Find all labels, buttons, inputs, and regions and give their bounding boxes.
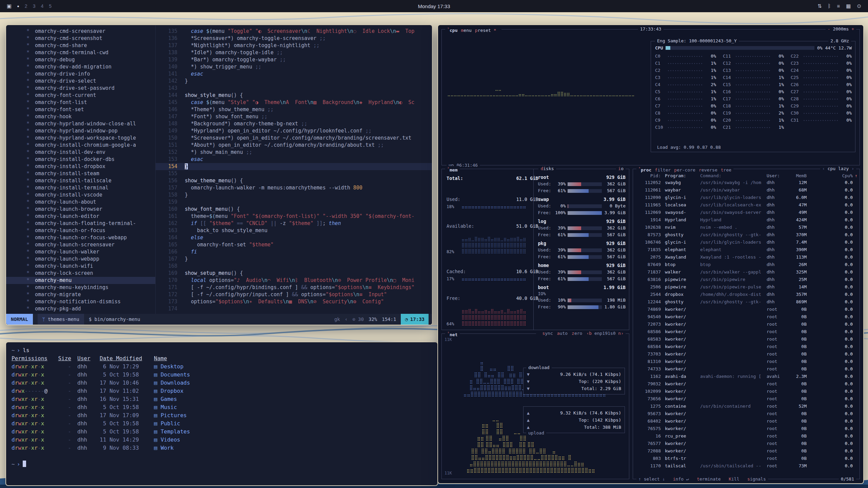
code-line-169[interactable]: 169show_setup_menu() { xyxy=(156,270,432,277)
net-auto-button[interactable]: auto xyxy=(557,331,568,336)
file-item-omarchy-launch-wifi[interactable]: *omarchy-launch-wifi xyxy=(6,263,155,270)
code-line-149[interactable]: 149 *Hyprland*) open_in_editor ~/.config… xyxy=(156,127,432,135)
process-row-1170[interactable]: 1170tailscal/usr/sbin/tailscaled --root7… xyxy=(633,462,860,470)
file-item-omarchy-install-vscode[interactable]: *omarchy-install-vscode xyxy=(6,191,155,199)
code-line-168[interactable]: 168 xyxy=(156,263,432,270)
process-row-112052[interactable]: 112052swaybg/usr/bin/swaybg -i /homdhh12… xyxy=(633,179,860,186)
file-item-omarchy-install-terminal[interactable]: *omarchy-install-terminal xyxy=(6,184,155,191)
process-row-73703[interactable]: 73703kworker/root0B0.0 xyxy=(633,350,860,358)
code-line-162[interactable]: 162 if [[ "$theme" == "CNCLD" || -z "$th… xyxy=(156,220,432,227)
file-item-omarchy-launch-webapp[interactable]: *omarchy-launch-webapp xyxy=(6,256,155,263)
process-row-102638[interactable]: 102638nvimnvim --embed .dhh57M0.0 xyxy=(633,224,860,231)
disks-title[interactable]: disks xyxy=(538,166,556,171)
process-row-102099[interactable]: 102099kworker/root0B0.0 xyxy=(633,388,860,395)
proc-action-info[interactable]: info ↵ xyxy=(673,476,689,482)
code-line-143[interactable]: 143 xyxy=(156,85,432,92)
file-item-omarchy-install-dev-env[interactable]: *omarchy-install-dev-env xyxy=(6,149,155,156)
file-item-omarchy-hyprland-window-close-all[interactable]: *omarchy-hyprland-window-close-all xyxy=(6,120,155,127)
file-item-omarchy-cmd-screensaver[interactable]: *omarchy-cmd-screensaver xyxy=(6,28,155,35)
workspace-4[interactable]: 4 xyxy=(41,3,43,9)
process-row-79032[interactable]: 79032kworker/root0B0.0 xyxy=(633,380,860,388)
code-line-152[interactable]: 152 *) show_main_menu ;; xyxy=(156,149,432,156)
select-up-icon[interactable]: ↑ xyxy=(638,476,641,482)
preset-button[interactable]: preset * xyxy=(475,28,496,33)
tab-cpu[interactable]: ¹cpu xyxy=(447,28,458,33)
select-down-icon[interactable]: ↓ xyxy=(662,476,665,482)
net-interface-selector[interactable]: ‹b enp191s0 n› xyxy=(586,331,624,336)
process-row-112090[interactable]: 112090glycin-i/usr/lib/glycin-loadersdhh… xyxy=(633,194,860,201)
code-line-150[interactable]: 150 *Screensaver*) open_in_editor ~/.con… xyxy=(156,135,432,142)
file-item-omarchy-menu-keybindings[interactable]: *omarchy-menu-keybindings xyxy=(6,284,155,291)
code-line-140[interactable]: 140 *) show_trigger_menu ;; xyxy=(156,63,432,70)
code-line-158[interactable]: 158} xyxy=(156,191,432,199)
code-line-157[interactable]: 157 omarchy-launch-walker -m menus:omarc… xyxy=(156,184,432,191)
code-line-137[interactable]: 137 *Nightlight*) omarchy-toggle-nightli… xyxy=(156,42,432,49)
git-branch[interactable]: ᛘ themes-menu xyxy=(38,314,84,325)
app-launcher-icon[interactable]: ▣ xyxy=(7,3,12,9)
workspace-active[interactable]: ● xyxy=(17,4,19,8)
scroll-up-icon[interactable]: ↑ xyxy=(853,173,857,178)
process-row-68584[interactable]: 68584kworker/root0B0.0 xyxy=(633,343,860,350)
file-item-omarchy-cmd-screenshot[interactable]: *omarchy-cmd-screenshot xyxy=(6,35,155,42)
process-row-63816[interactable]: 63816pipewire/usr/bin/pipewiredhh25M0.0 xyxy=(633,276,860,283)
process-row-12244[interactable]: 12244ghostty/usr/bin/ghostty --gtk-dhh86… xyxy=(633,298,860,306)
file-item-omarchy-install-steam[interactable]: *omarchy-install-steam xyxy=(6,170,155,177)
workspace-2[interactable]: 2 xyxy=(25,3,27,9)
proc-option-reverse[interactable]: reverse xyxy=(699,167,717,172)
process-row-87573[interactable]: 87573ghostty/usr/bin/ghostty --gtk-dhh37… xyxy=(633,231,860,239)
process-row-87649[interactable]: 87649btopbtopdhh26M0.0 xyxy=(633,261,860,268)
file-item-omarchy-install-docker-dbs[interactable]: *omarchy-install-docker-dbs xyxy=(6,156,155,163)
file-item-omarchy-hyprland-workspace-toggle[interactable]: *omarchy-hyprland-workspace-toggle xyxy=(6,135,155,142)
code-line-174[interactable]: 174 xyxy=(156,305,432,312)
code-line-170[interactable]: 170 local options="♪ Audio\n◠ Wifi\nᛒ Bl… xyxy=(156,277,432,284)
file-item-omarchy-launch-walker[interactable]: *omarchy-launch-walker xyxy=(6,248,155,256)
proc-option-tree[interactable]: tree xyxy=(721,167,731,172)
net-sync-button[interactable]: sync xyxy=(542,331,553,336)
file-item-omarchy-drive-select[interactable]: *omarchy-drive-select xyxy=(6,78,155,85)
process-row-73656[interactable]: 73656kworker/root0B0.0 xyxy=(633,395,860,403)
code-line-148[interactable]: 148 *Background*) omarchy-theme-bg-next … xyxy=(156,120,432,127)
code-line-142[interactable]: 142} xyxy=(156,78,432,85)
file-item-omarchy-cmd-terminal-cwd[interactable]: *omarchy-cmd-terminal-cwd xyxy=(6,49,155,56)
keyboard-icon[interactable]: ≡ xyxy=(837,3,840,9)
file-item-omarchy-install-dropbox[interactable]: *omarchy-install-dropbox xyxy=(6,163,155,170)
file-item-omarchy-launch-about[interactable]: *omarchy-launch-about xyxy=(6,199,155,206)
file-item-omarchy-drive-info[interactable]: *omarchy-drive-info xyxy=(6,70,155,78)
code-line-161[interactable]: 161 theme=$(menu "Font" "$(omarchy-font-… xyxy=(156,213,432,220)
prompt-line-2[interactable]: ~› xyxy=(12,460,437,468)
process-row-111965[interactable]: 111965localsea/usr/lib/localsearch-exdhh… xyxy=(633,201,860,209)
code-line-141[interactable]: 141 esac xyxy=(156,70,432,78)
file-item-omarchy-debug[interactable]: *omarchy-debug xyxy=(6,56,155,63)
file-item-omarchy-notification-dismiss[interactable]: *omarchy-notification-dismiss xyxy=(6,298,155,305)
code-line-160[interactable]: 160show_font_menu() { xyxy=(156,206,432,213)
file-item-omarchy-cmd-share[interactable]: *omarchy-cmd-share xyxy=(6,42,155,49)
proc-action-signals[interactable]: signals xyxy=(747,476,766,482)
code-line-145[interactable]: 145 case $(menu "Style" "◑ Theme\nA Font… xyxy=(156,99,432,106)
process-row-68586[interactable]: 68586kworker/root0B0.0 xyxy=(633,328,860,336)
code-line-163[interactable]: 163 back_to show_style_menu xyxy=(156,227,432,234)
process-row-1914[interactable]: 1914HyprlandHyprlanddhh424M0.0 xyxy=(633,216,860,224)
process-row-76575[interactable]: 76575kworker/root0B0.0 xyxy=(633,425,860,432)
process-row-112069[interactable]: 112069swayosd-/usr/bin/swayosd-serverdhh… xyxy=(633,209,860,216)
code-line-144[interactable]: 144show_style_menu() { xyxy=(156,92,432,99)
file-item-omarchy-migrate[interactable]: *omarchy-migrate xyxy=(6,291,155,298)
code-line-165[interactable]: 165 omarchy-font-set "$theme" xyxy=(156,241,432,248)
workspace-5[interactable]: 5 xyxy=(49,3,52,9)
net-zero-button[interactable]: zero xyxy=(572,331,582,336)
code-line-164[interactable]: 164 else xyxy=(156,234,432,241)
process-row-94540[interactable]: 94540kworker/root0B0.0 xyxy=(633,313,860,321)
file-item-omarchy-lock-screen[interactable]: *omarchy-lock-screen xyxy=(6,270,155,277)
io-toggle[interactable]: io xyxy=(616,166,626,171)
code-line-138[interactable]: 138 *Idle*) omarchy-toggle-idle ;; xyxy=(156,49,432,56)
code-line-155[interactable]: 155 xyxy=(156,170,432,177)
file-item-omarchy-launch-floating-terminal-[interactable]: *omarchy-launch-floating-terminal- xyxy=(6,220,155,227)
process-row-2075[interactable]: 2075XwaylandXwayland :1 -rootless -dhh11… xyxy=(633,253,860,261)
workspace-3[interactable]: 3 xyxy=(33,3,36,9)
display-icon[interactable]: ▦ xyxy=(846,3,851,9)
code-line-171[interactable]: 171 [ -f ~/.config/hypr/bindings.conf ] … xyxy=(156,284,432,291)
code-line-135[interactable]: 135 case $(menu "Toggle" "◐ Screensaver\… xyxy=(156,28,432,35)
file-item-omarchy-hook[interactable]: *omarchy-hook xyxy=(6,113,155,120)
proc-option-filter[interactable]: filter xyxy=(655,167,671,172)
file-item-omarchy-launch-screensaver[interactable]: *omarchy-launch-screensaver xyxy=(6,241,155,248)
proc-sort-control[interactable]: ‹ cpu lazy › xyxy=(820,166,856,171)
